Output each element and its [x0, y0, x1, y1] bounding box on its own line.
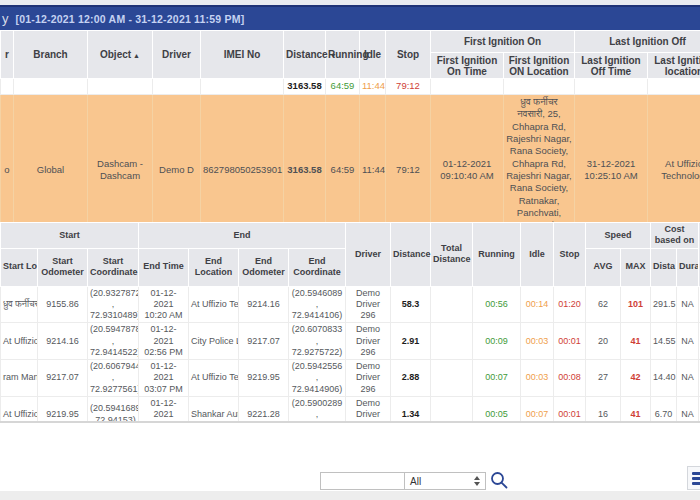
- cell-trip-driver: Demo Driver 296: [346, 323, 391, 360]
- cell-end-location: City Police Lir: [189, 323, 239, 360]
- vehicle-row[interactable]: o Global Dashcam - Dashcam Demo D 862798…: [1, 95, 700, 223]
- filter-dropdown[interactable]: All: [404, 472, 486, 490]
- cell-trip-stop: 01:20: [554, 286, 586, 323]
- cell-total-distance: [431, 396, 473, 423]
- cell-end-coordinate: (20.5942556 , 72.9414906): [289, 360, 346, 397]
- trip-row[interactable]: ram Man 9217.07 (20.6067944 , 72.9277561…: [1, 360, 700, 397]
- col-header-last-off-time[interactable]: Last Ignition Off Time: [575, 53, 648, 79]
- cell-cost-duration: NA: [677, 286, 699, 323]
- col-header-start-odometer[interactable]: Start Odometer: [38, 248, 88, 286]
- trip-row[interactable]: ध्रुव फर्नीचर नव 9155.86 (20.9327872 , 7…: [1, 286, 700, 323]
- cell-end-location: At Uffizio Tec: [189, 360, 239, 397]
- cell-trip-stop: 00:08: [554, 360, 586, 397]
- cell-stop: 79:12: [386, 95, 431, 223]
- filter-selected-value: All: [410, 476, 421, 487]
- search-button[interactable]: [489, 470, 509, 490]
- cell-trip-idle: 00:03: [521, 323, 554, 360]
- cell-speed-max: 42: [621, 360, 651, 397]
- col-header-trip-distance[interactable]: Distance: [391, 223, 431, 287]
- col-header-total-distance[interactable]: Total Distance: [431, 223, 473, 287]
- cell-imei: 862798050253901: [201, 95, 284, 223]
- col-header-end-odometer[interactable]: End Odometer: [239, 248, 289, 286]
- col-header-clipped: r: [1, 31, 14, 79]
- cell-start-coordinate: (20.5947878 , 72.9414522): [88, 323, 139, 360]
- col-header-branch[interactable]: Branch: [14, 31, 88, 79]
- col-header-first-on-time[interactable]: First Ignition On Time: [431, 53, 504, 79]
- summary-table: r Branch Object▲ Driver IMEI No Distance…: [0, 30, 700, 222]
- cell-last-off-location: At Uffizio Technologi: [648, 95, 700, 223]
- col-header-imei[interactable]: IMEI No: [201, 31, 284, 79]
- cell-trip-driver: Demo Driver 296: [346, 286, 391, 323]
- cell-trip-distance: 58.3: [391, 286, 431, 323]
- cell-speed-max: 41: [621, 396, 651, 423]
- cell-cost-distance: 6.70: [651, 396, 677, 423]
- col-header-driver[interactable]: Driver: [153, 31, 201, 79]
- cell-cost-distance: 14.40: [651, 360, 677, 397]
- col-header-trip-stop[interactable]: Stop: [554, 223, 586, 287]
- cell-start-location: ध्रुव फर्नीचर नव: [1, 286, 38, 323]
- search-input[interactable]: [320, 472, 406, 490]
- col-header-first-on-location[interactable]: First Ignition ON Location: [504, 53, 575, 79]
- col-header-speed-max[interactable]: MAX: [621, 248, 651, 286]
- cell-trip-driver: Demo Driver 296: [346, 360, 391, 397]
- trip-table: Start End Driver Distance Total Distance…: [0, 222, 700, 423]
- col-header-trip-running[interactable]: Running: [473, 223, 521, 287]
- cell-end-odometer: 9217.07: [239, 323, 289, 360]
- cell-trip-driver: Demo Driver 296: [346, 396, 391, 423]
- col-header-end-time[interactable]: End Time: [139, 248, 189, 286]
- col-header-speed-avg[interactable]: AVG: [586, 248, 621, 286]
- cell-trip-idle: 00:07: [521, 396, 554, 423]
- cell-end-location: Shankar Auto: [189, 396, 239, 423]
- trip-row[interactable]: At Uffizio Tec 9214.16 (20.5947878 , 72.…: [1, 323, 700, 360]
- cell-trip-distance: 2.88: [391, 360, 431, 397]
- col-header-trip-idle[interactable]: Idle: [521, 223, 554, 287]
- menu-button[interactable]: [687, 466, 700, 490]
- cell-trip-idle: 00:03: [521, 360, 554, 397]
- cell-trip-idle: 00:14: [521, 286, 554, 323]
- cell-start-odometer: 9214.16: [38, 323, 88, 360]
- cell-trip-stop: 00:01: [554, 396, 586, 423]
- group-header-first-ignition-on: First Ignition On: [431, 31, 575, 53]
- cell-end-coordinate: (20.5946089 , 72.9414106): [289, 286, 346, 323]
- col-header-stop[interactable]: Stop: [386, 31, 431, 79]
- cell-total-distance: [431, 286, 473, 323]
- col-header-start-coordinate[interactable]: Start Coordinate: [88, 248, 139, 286]
- cell-trip-distance: 2.91: [391, 323, 431, 360]
- sort-asc-icon: ▲: [133, 52, 140, 59]
- cell-branch: Global: [14, 95, 88, 223]
- cell-end-location: At Uffizio Tec: [189, 286, 239, 323]
- total-distance: 3163.58: [284, 79, 326, 95]
- cell-distance: 3163.58: [284, 95, 326, 223]
- col-header-last-off-location[interactable]: Last Ignition location: [648, 53, 700, 79]
- col-header-start-location[interactable]: Start Location: [1, 248, 38, 286]
- col-header-trip-driver[interactable]: Driver: [346, 223, 391, 287]
- cell-speed-avg: 27: [586, 360, 621, 397]
- col-header-end-location[interactable]: End Location: [189, 248, 239, 286]
- cell-last-off-time: 31-12-2021 10:25:10 AM: [575, 95, 648, 223]
- cell-start-coordinate: (20.6067944 , 72.9277561): [88, 360, 139, 397]
- cell-start-location: ram Man: [1, 360, 38, 397]
- cell-speed-avg: 62: [586, 286, 621, 323]
- col-header-end-coordinate[interactable]: End Coordinate: [289, 248, 346, 286]
- cell-driver: Demo D: [153, 95, 201, 223]
- cell-object: Dashcam - Dashcam: [88, 95, 153, 223]
- col-header-cost-distance[interactable]: Dista: [651, 248, 677, 286]
- col-header-running[interactable]: Running: [326, 31, 360, 79]
- trip-row[interactable]: At Uffizio Tec 9219.95 (20.5941689 , 72.…: [1, 396, 700, 423]
- cell-speed-max: 41: [621, 323, 651, 360]
- col-header-object[interactable]: Object▲: [88, 31, 153, 79]
- cell-trip-stop: 00:01: [554, 323, 586, 360]
- col-header-distance[interactable]: Distance▼: [284, 31, 326, 79]
- col-header-cost-duration[interactable]: Duratio: [677, 248, 699, 286]
- cell-end-odometer: 9219.95: [239, 360, 289, 397]
- cell-first-on-location: ध्रुव फर्नीचर नवसारी, 25, Chhapra Rd, Ra…: [504, 95, 575, 223]
- cell-end-time: 01-12-2021 02:56 PM: [139, 323, 189, 360]
- col-header-idle[interactable]: Idle: [360, 31, 386, 79]
- report-title-fragment: y: [2, 11, 9, 26]
- search-icon: [489, 470, 509, 490]
- cell-speed-avg: 16: [586, 396, 621, 423]
- menu-icon: [692, 472, 700, 475]
- cell-start-odometer: 9219.95: [38, 396, 88, 423]
- group-header-start: Start: [1, 223, 139, 249]
- cell-total-distance: [431, 360, 473, 397]
